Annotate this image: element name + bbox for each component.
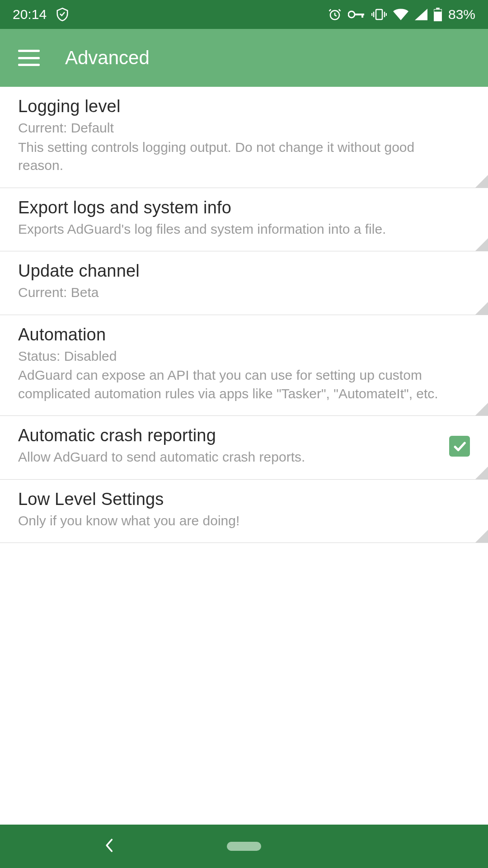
setting-subtitle: Only if you know what you are doing! [18, 512, 461, 530]
crash-reporting-checkbox[interactable] [449, 436, 470, 457]
setting-export-logs[interactable]: Export logs and system info Exports AdGu… [0, 188, 488, 252]
corner-drag-icon [475, 530, 488, 542]
svg-point-1 [348, 11, 355, 18]
page-title: Advanced [65, 47, 150, 69]
check-icon [452, 439, 467, 454]
setting-title: Automation [18, 325, 461, 344]
corner-drag-icon [475, 175, 488, 188]
hamburger-icon[interactable] [18, 50, 40, 66]
app-bar: Advanced [0, 29, 488, 87]
setting-subtitle: Allow AdGuard to send automatic crash re… [18, 448, 440, 467]
setting-description: This setting controls logging output. Do… [18, 138, 461, 175]
setting-crash-reporting[interactable]: Automatic crash reporting Allow AdGuard … [0, 416, 488, 480]
svg-rect-3 [361, 14, 363, 18]
status-battery-pct: 83% [448, 7, 475, 22]
corner-drag-icon [475, 403, 488, 415]
setting-title: Low Level Settings [18, 490, 461, 509]
setting-title: Automatic crash reporting [18, 426, 440, 445]
setting-update-channel[interactable]: Update channel Current: Beta [0, 251, 488, 315]
setting-subtitle: Current: Default [18, 119, 461, 137]
setting-low-level[interactable]: Low Level Settings Only if you know what… [0, 480, 488, 543]
setting-subtitle: Exports AdGuard's log files and system i… [18, 220, 461, 239]
corner-drag-icon [475, 238, 488, 251]
vibrate-icon [371, 8, 387, 21]
cell-signal-icon [415, 9, 427, 20]
corner-drag-icon [475, 302, 488, 315]
setting-subtitle: Current: Beta [18, 283, 461, 302]
setting-automation[interactable]: Automation Status: Disabled AdGuard can … [0, 315, 488, 416]
nav-back-button[interactable] [104, 838, 114, 854]
svg-rect-4 [376, 9, 382, 19]
svg-rect-7 [434, 12, 442, 21]
setting-title: Logging level [18, 97, 461, 116]
nav-bar [0, 825, 488, 868]
status-bar: 20:14 [0, 0, 488, 29]
nav-home-pill[interactable] [227, 842, 261, 851]
setting-description: AdGuard can expose an API that you can u… [18, 366, 461, 403]
setting-logging-level[interactable]: Logging level Current: Default This sett… [0, 87, 488, 188]
setting-subtitle: Status: Disabled [18, 347, 461, 366]
status-time: 20:14 [13, 7, 47, 22]
setting-title: Export logs and system info [18, 198, 461, 217]
alarm-icon [328, 8, 342, 21]
wifi-icon [393, 9, 408, 20]
battery-icon [434, 8, 442, 21]
vpn-key-icon [348, 10, 365, 19]
setting-title: Update channel [18, 261, 461, 281]
shield-icon [56, 7, 69, 22]
settings-list: Logging level Current: Default This sett… [0, 87, 488, 543]
corner-drag-icon [475, 467, 488, 479]
